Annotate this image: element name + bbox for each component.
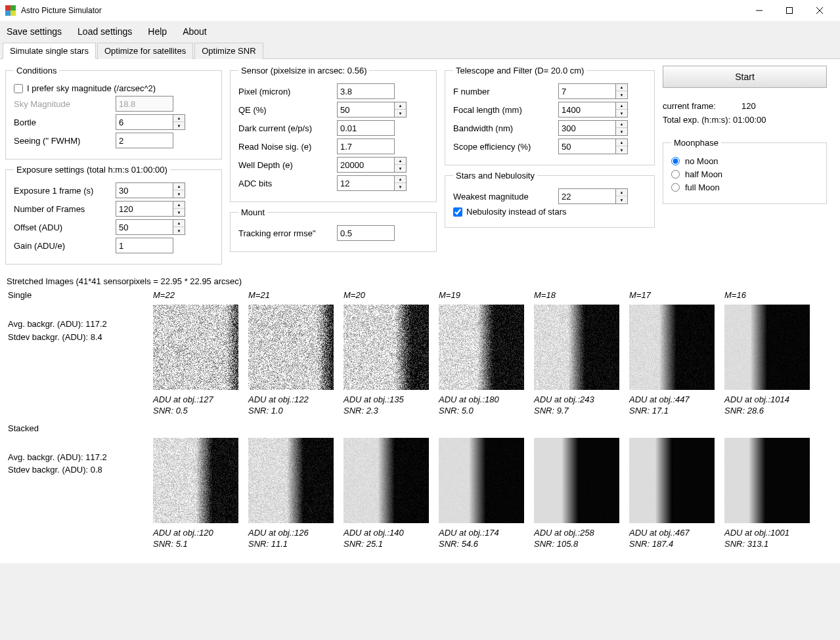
adc-down[interactable]: ▼ — [395, 183, 406, 190]
bortle-up[interactable]: ▲ — [173, 115, 185, 122]
tab-optimize-satellites[interactable]: Optimize for satellites — [97, 43, 193, 59]
bortle-input[interactable] — [116, 114, 173, 130]
nframes-up[interactable]: ▲ — [173, 202, 185, 209]
sim-snr: SNR: 54.6 — [439, 539, 534, 550]
tab-optimize-snr[interactable]: Optimize SNR — [194, 43, 263, 59]
seeing-label: Seeing (" FWHM) — [14, 136, 116, 146]
qe-up[interactable]: ▲ — [395, 102, 406, 110]
well-depth-input[interactable] — [337, 157, 395, 173]
sim-snr: SNR: 5.0 — [439, 406, 534, 417]
read-noise-input[interactable] — [337, 139, 395, 154]
sim-adu: ADU at obj.:258 — [534, 528, 629, 539]
sim-snr: SNR: 5.1 — [153, 539, 248, 550]
moon-half-radio[interactable] — [671, 170, 680, 179]
bw-up[interactable]: ▲ — [616, 121, 627, 128]
menu-about[interactable]: About — [183, 26, 207, 37]
bandwidth-label: Bandwidth (nm) — [453, 123, 558, 133]
titlebar: Astro Picture Simulator — [0, 0, 840, 21]
mag-label: M=22 — [153, 290, 248, 302]
sim-adu: ADU at obj.:447 — [629, 395, 724, 406]
minimize-button[interactable] — [744, 0, 774, 21]
moon-full-label: full Moon — [685, 182, 720, 192]
nframes-input[interactable] — [116, 201, 173, 217]
offset-up[interactable]: ▲ — [173, 220, 185, 227]
gain-input[interactable] — [116, 238, 173, 253]
fl-up[interactable]: ▲ — [616, 102, 627, 110]
adc-bits-input[interactable] — [337, 175, 395, 191]
sim-adu: ADU at obj.:467 — [629, 528, 724, 539]
mag-label: M=21 — [248, 290, 343, 302]
stacked-label: Stacked — [8, 423, 153, 435]
tab-simulate-single-stars[interactable]: Simulate single stars — [3, 43, 96, 59]
svg-rect-2 — [5, 11, 11, 16]
stacked-sim-image — [439, 438, 524, 523]
sim-adu: ADU at obj.:180 — [439, 395, 534, 406]
seeing-input[interactable] — [116, 133, 173, 148]
menu-help[interactable]: Help — [148, 26, 167, 37]
pixel-input[interactable] — [337, 83, 395, 99]
app-icon — [5, 5, 16, 16]
bortle-label: Bortle — [14, 117, 116, 127]
fnumber-down[interactable]: ▼ — [616, 91, 627, 98]
sim-adu: ADU at obj.:127 — [153, 395, 248, 406]
mount-group: Mount Tracking error rmse" — [230, 207, 437, 252]
scope-eff-input[interactable] — [558, 139, 616, 154]
prefer-sky-mag-checkbox[interactable] — [14, 84, 23, 93]
fnumber-input[interactable] — [558, 83, 616, 99]
mag-label: M=20 — [343, 290, 439, 302]
fl-down[interactable]: ▼ — [616, 110, 627, 117]
focal-length-label: Focal length (mm) — [453, 105, 558, 115]
nebulosity-label: Nebulosity instead of stars — [466, 207, 566, 217]
current-frame-value: 120 — [741, 101, 756, 111]
weakest-mag-input[interactable] — [558, 188, 616, 204]
window-title: Astro Picture Simulator — [21, 6, 744, 15]
gain-label: Gain (ADU/e) — [14, 241, 116, 251]
qe-input[interactable] — [337, 102, 395, 117]
offset-down[interactable]: ▼ — [173, 227, 185, 234]
eff-down[interactable]: ▼ — [616, 146, 627, 154]
fnumber-up[interactable]: ▲ — [616, 84, 627, 91]
bw-down[interactable]: ▼ — [616, 128, 627, 135]
stacked-avg-backgr: Avg. backgr. (ADU): 117.2 — [8, 451, 153, 464]
current-frame-label: current frame: — [663, 101, 741, 111]
sim-adu: ADU at obj.:140 — [343, 528, 439, 539]
weak-down[interactable]: ▼ — [616, 196, 627, 203]
focal-length-input[interactable] — [558, 102, 616, 117]
menu-save-settings[interactable]: Save settings — [7, 26, 62, 37]
mag-label: M=19 — [439, 290, 534, 302]
moon-no-radio[interactable] — [671, 157, 680, 165]
menu-load-settings[interactable]: Load settings — [77, 26, 132, 37]
bandwidth-input[interactable] — [558, 120, 616, 136]
well-up[interactable]: ▲ — [395, 158, 406, 165]
adc-up[interactable]: ▲ — [395, 176, 406, 183]
well-down[interactable]: ▼ — [395, 165, 406, 172]
dark-input[interactable] — [337, 120, 395, 136]
offset-input[interactable] — [116, 219, 173, 235]
moon-full-radio[interactable] — [671, 183, 680, 192]
exposure-1-input[interactable] — [116, 182, 173, 198]
stacked-sim-image — [153, 438, 238, 523]
sim-snr: SNR: 105.8 — [534, 539, 629, 550]
pixel-label: Pixel (micron) — [238, 87, 337, 96]
eff-up[interactable]: ▲ — [616, 139, 627, 146]
qe-label: QE (%) — [238, 105, 337, 115]
nebulosity-checkbox[interactable] — [453, 207, 462, 217]
sim-adu: ADU at obj.:243 — [534, 395, 629, 406]
svg-rect-3 — [11, 11, 16, 16]
tracking-error-input[interactable] — [337, 225, 395, 241]
maximize-button[interactable] — [774, 0, 805, 21]
close-button[interactable] — [805, 0, 835, 21]
start-button[interactable]: Start — [663, 66, 827, 88]
nframes-down[interactable]: ▼ — [173, 209, 185, 216]
bortle-down[interactable]: ▼ — [173, 122, 185, 129]
nframes-label: Number of Frames — [14, 204, 116, 214]
weak-up[interactable]: ▲ — [616, 189, 627, 196]
exposure-1-down[interactable]: ▼ — [173, 190, 185, 198]
stacked-sim-image — [248, 438, 334, 523]
qe-down[interactable]: ▼ — [395, 110, 406, 117]
exposure-1-up[interactable]: ▲ — [173, 183, 185, 190]
sim-snr: SNR: 0.5 — [153, 406, 248, 417]
exposure-1-label: Exposure 1 frame (s) — [14, 186, 116, 196]
offset-label: Offset (ADU) — [14, 223, 116, 232]
stacked-sim-image — [343, 438, 429, 523]
